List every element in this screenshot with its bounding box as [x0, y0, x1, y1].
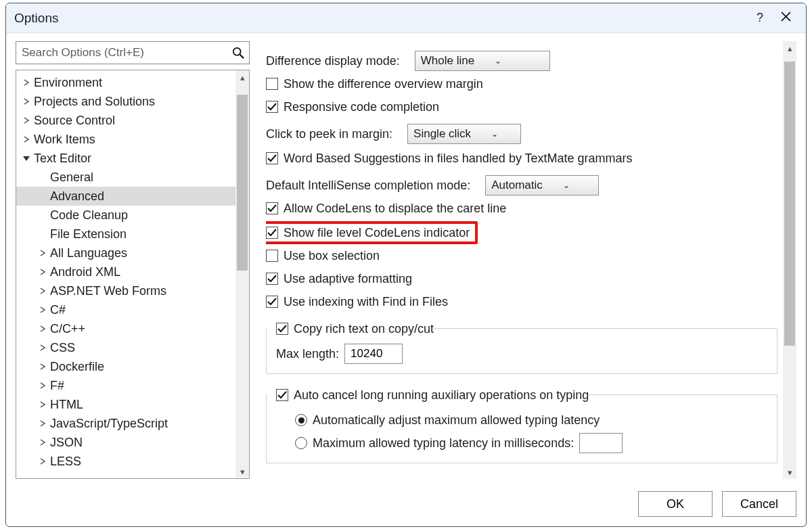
auto-adjust-latency-radio[interactable] — [295, 414, 307, 426]
max-latency-radio[interactable] — [295, 437, 307, 449]
chevron-right-icon[interactable] — [38, 382, 47, 389]
tree-item[interactable]: Text Editor — [16, 149, 235, 168]
word-suggestions-checkbox[interactable] — [266, 152, 278, 164]
tree-item[interactable]: Source Control — [16, 111, 235, 130]
tree-item[interactable]: JSON — [16, 433, 235, 452]
chevron-right-icon[interactable] — [38, 250, 47, 256]
content-scrollbar[interactable]: ▴ ▾ — [783, 41, 796, 479]
auto-cancel-checkbox[interactable] — [276, 389, 288, 401]
dialog-footer: OK Cancel — [16, 491, 796, 517]
chevron-right-icon[interactable] — [38, 439, 47, 446]
copy-rich-text-row[interactable]: Copy rich text on copy/cut — [267, 319, 434, 338]
tree-item[interactable]: Work Items — [16, 130, 235, 149]
scroll-thumb[interactable] — [237, 95, 248, 271]
chevron-right-icon[interactable] — [38, 401, 47, 408]
chevron-right-icon[interactable] — [22, 79, 31, 86]
tree-item[interactable]: C/C++ — [16, 319, 235, 338]
auto-cancel-row[interactable]: Auto cancel long running auxiliary opera… — [267, 386, 589, 405]
click-peek-combo[interactable]: Single click ⌄ — [407, 124, 521, 144]
chevron-right-icon[interactable] — [38, 269, 47, 275]
show-file-codelens-label: Show file level CodeLens indicator — [284, 226, 470, 240]
scroll-thumb[interactable] — [784, 62, 795, 346]
word-suggestions-label: Word Based Suggestions in files handled … — [284, 152, 633, 166]
cancel-button[interactable]: Cancel — [722, 491, 796, 517]
help-button[interactable]: ? — [750, 9, 769, 28]
use-adaptive-formatting-checkbox[interactable] — [266, 273, 278, 285]
scroll-down-icon[interactable]: ▾ — [235, 465, 249, 478]
scroll-down-icon[interactable]: ▾ — [783, 465, 796, 479]
use-box-selection-checkbox[interactable] — [266, 250, 278, 262]
max-length-input[interactable] — [344, 344, 403, 364]
chevron-right-icon[interactable] — [38, 287, 47, 294]
tree-item[interactable]: JavaScript/TypeScript — [16, 414, 235, 433]
scroll-up-icon[interactable]: ▴ — [235, 70, 249, 84]
chevron-right-icon[interactable] — [22, 98, 31, 105]
auto-adjust-latency-row[interactable]: Automatically adjust maximum allowed typ… — [295, 410, 767, 430]
intellisense-combo[interactable]: Automatic ⌄ — [485, 175, 599, 195]
use-indexing-find-row[interactable]: Use indexing with Find in Files — [266, 292, 777, 312]
show-diff-margin-row[interactable]: Show the difference overview margin — [266, 74, 777, 94]
highlighted-setting: Show file level CodeLens indicator — [266, 221, 478, 244]
tree-item[interactable]: General — [16, 168, 235, 187]
tree-item[interactable]: HTML — [16, 395, 235, 414]
window-title: Options — [14, 11, 58, 26]
show-file-codelens-checkbox[interactable] — [266, 227, 278, 239]
max-latency-row[interactable]: Maximum allowed typing latency in millis… — [295, 433, 767, 453]
tree-scrollbar[interactable]: ▴ ▾ — [235, 70, 249, 478]
copy-rich-text-checkbox[interactable] — [276, 323, 288, 335]
use-box-selection-row[interactable]: Use box selection — [266, 246, 777, 266]
tree-item[interactable]: Android XML — [16, 262, 235, 281]
svg-line-1 — [240, 55, 244, 58]
auto-cancel-label: Auto cancel long running auxiliary opera… — [294, 388, 589, 402]
chevron-down-icon: ⌄ — [495, 56, 501, 66]
tree-item[interactable]: Code Cleanup — [16, 206, 235, 225]
tree-item[interactable]: C# — [16, 300, 235, 319]
settings-content: Difference display mode: Whole line ⌄ Sh… — [266, 41, 780, 479]
max-latency-input[interactable] — [579, 433, 623, 453]
chevron-right-icon[interactable] — [38, 363, 47, 370]
settings-pane: Difference display mode: Whole line ⌄ Sh… — [266, 41, 796, 479]
auto-adjust-latency-label: Automatically adjust maximum allowed typ… — [313, 413, 600, 428]
use-adaptive-formatting-label: Use adaptive formatting — [284, 272, 412, 286]
click-peek-label: Click to peek in margin: — [266, 127, 392, 141]
tree-item[interactable]: F# — [16, 376, 235, 395]
close-button[interactable] — [776, 9, 795, 28]
word-suggestions-row[interactable]: Word Based Suggestions in files handled … — [266, 148, 777, 168]
chevron-right-icon[interactable] — [38, 458, 47, 465]
responsive-completion-row[interactable]: Responsive code completion — [266, 97, 777, 117]
chevron-down-icon: ⌄ — [563, 181, 570, 190]
chevron-right-icon[interactable] — [38, 306, 47, 313]
diff-mode-combo[interactable]: Whole line ⌄ — [415, 51, 550, 71]
tree-item[interactable]: Advanced — [16, 187, 235, 206]
chevron-right-icon[interactable] — [22, 117, 31, 124]
show-file-codelens-row[interactable]: Show file level CodeLens indicator — [266, 223, 470, 243]
chevron-right-icon[interactable] — [38, 325, 47, 332]
tree-item-label: C# — [50, 303, 66, 317]
allow-codelens-checkbox[interactable] — [266, 202, 278, 214]
use-indexing-find-checkbox[interactable] — [266, 296, 278, 308]
chevron-down-icon[interactable] — [22, 155, 31, 162]
show-diff-margin-checkbox[interactable] — [266, 78, 278, 90]
tree-list[interactable]: EnvironmentProjects and SolutionsSource … — [16, 70, 235, 478]
tree-item[interactable]: Dockerfile — [16, 357, 235, 376]
chevron-right-icon[interactable] — [38, 420, 47, 427]
tree-item[interactable]: LESS — [16, 452, 235, 471]
tree-item[interactable]: All Languages — [16, 244, 235, 262]
chevron-right-icon[interactable] — [38, 344, 47, 351]
tree-item[interactable]: CSS — [16, 338, 235, 357]
tree-item[interactable]: Projects and Solutions — [16, 92, 235, 111]
search-input[interactable] — [16, 41, 250, 64]
click-peek-value: Single click — [413, 127, 471, 141]
close-icon — [781, 11, 791, 25]
scroll-up-icon[interactable]: ▴ — [783, 41, 796, 55]
tree-item[interactable]: File Extension — [16, 225, 235, 244]
ok-button[interactable]: OK — [638, 491, 713, 517]
responsive-completion-checkbox[interactable] — [266, 101, 278, 113]
allow-codelens-row[interactable]: Allow CodeLens to displace the caret lin… — [266, 198, 777, 218]
tree-item[interactable]: Environment — [16, 73, 235, 92]
use-indexing-find-label: Use indexing with Find in Files — [284, 295, 448, 309]
chevron-right-icon[interactable] — [22, 136, 31, 143]
use-adaptive-formatting-row[interactable]: Use adaptive formatting — [266, 269, 777, 289]
show-diff-margin-label: Show the difference overview margin — [284, 77, 483, 91]
tree-item[interactable]: ASP.NET Web Forms — [16, 281, 235, 300]
